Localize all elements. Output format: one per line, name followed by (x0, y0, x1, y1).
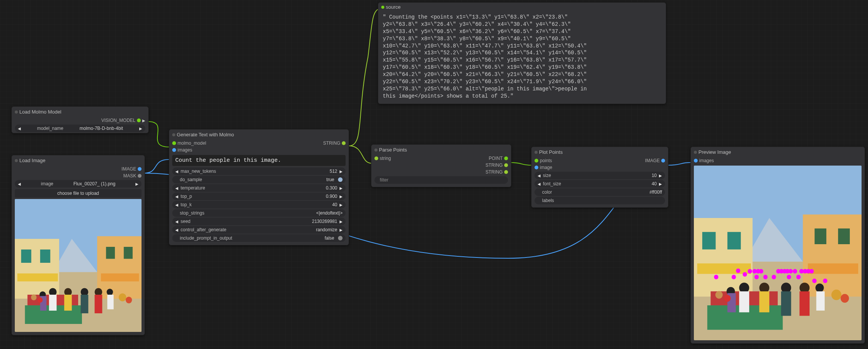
svg-rect-49 (799, 291, 810, 316)
chevron-left-icon[interactable]: ◀ (175, 228, 178, 232)
output-port-icon[interactable] (137, 118, 141, 122)
labels-widget[interactable]: labels (535, 197, 665, 204)
output-port-icon[interactable] (504, 163, 508, 167)
filter-widget[interactable]: filter (374, 176, 508, 184)
collapse-dot-icon[interactable] (694, 151, 697, 154)
chevron-left-icon[interactable]: ◀ (175, 203, 178, 207)
svg-point-81 (812, 279, 816, 283)
widget-value: 40 (332, 202, 337, 207)
toggle-icon[interactable] (338, 177, 343, 182)
widget-label: font_size (543, 181, 561, 186)
chevron-right-icon[interactable]: ▶ (340, 220, 343, 224)
chevron-right-icon[interactable]: ▶ (340, 194, 343, 199)
svg-rect-8 (124, 247, 132, 259)
node-title[interactable]: Parse Points (371, 145, 511, 155)
node-plot-points[interactable]: Plot Points points IMAGE image ◀ size 10… (531, 147, 668, 208)
collapse-dot-icon[interactable] (381, 6, 384, 9)
node-preview-image[interactable]: Preview Image images (690, 147, 865, 344)
node-load-image[interactable]: Load Image IMAGE MASK ◀ image Flux_00207… (11, 155, 145, 335)
chevron-right-icon[interactable]: ▶ (139, 126, 142, 131)
chevron-right-icon[interactable]: ▶ (659, 174, 662, 178)
output-port-icon[interactable] (504, 170, 508, 174)
include-prompt-widget[interactable]: include_prompt_in_output false (172, 234, 346, 242)
chevron-left-icon[interactable]: ◀ (18, 126, 21, 131)
image-preview (15, 199, 142, 332)
input-port-icon[interactable] (374, 156, 378, 160)
prompt-input[interactable]: Count the people in this image. (172, 155, 346, 166)
top-k-widget[interactable]: ◀ top_k 40 ▶ (172, 201, 346, 208)
color-widget[interactable]: color #ff00ff (535, 188, 665, 196)
chevron-right-icon[interactable]: ▶ (135, 182, 138, 186)
chevron-right-icon[interactable]: ▶ (340, 228, 343, 232)
stop-strings-widget[interactable]: stop_strings <|endoftext|> (172, 209, 346, 217)
upload-button[interactable]: choose file to upload (15, 189, 142, 197)
widget-label: do_sample (180, 177, 202, 182)
chevron-left-icon[interactable]: ◀ (18, 182, 21, 186)
do-sample-widget[interactable]: do_sample true (172, 176, 346, 183)
svg-point-27 (119, 294, 126, 302)
node-title[interactable]: Load Image (12, 155, 145, 166)
output-port-icon[interactable] (138, 167, 142, 171)
node-source[interactable]: source " Counting the <points x1=\"13.3\… (378, 2, 666, 104)
collapse-dot-icon[interactable] (15, 159, 18, 162)
input-port-icon[interactable] (172, 141, 176, 145)
collapse-dot-icon[interactable] (374, 148, 377, 152)
node-load-molmo-model[interactable]: Load Molmo Model VISION_MODEL ▶ ◀ model_… (11, 106, 149, 133)
svg-rect-5 (21, 250, 31, 263)
source-output-text: " Counting the <points x1=\"13.3\" y1=\"… (378, 11, 666, 104)
chevron-left-icon[interactable]: ◀ (175, 220, 178, 224)
output-label: POINT (489, 156, 503, 161)
font-size-widget[interactable]: ◀ font_size 40 ▶ (535, 180, 665, 188)
svg-rect-38 (697, 264, 751, 274)
chevron-left-icon[interactable]: ◀ (538, 182, 541, 186)
chevron-right-icon[interactable]: ▶ (340, 203, 343, 207)
node-parse-points[interactable]: Parse Points string POINT STRING STRING … (371, 144, 511, 187)
node-title-text: Load Image (19, 158, 46, 163)
widget-label: control_after_generate (181, 227, 226, 232)
output-label: IMAGE (645, 158, 660, 163)
collapse-dot-icon[interactable] (535, 151, 538, 154)
output-port-icon[interactable] (138, 174, 142, 178)
node-title[interactable]: Preview Image (691, 147, 865, 157)
node-title-text: Parse Points (379, 147, 407, 153)
widget-value: #ff00ff (649, 190, 662, 195)
prompt-text: Count the people in this image. (175, 157, 281, 164)
chevron-left-icon[interactable]: ◀ (175, 186, 178, 190)
input-port-icon[interactable] (694, 159, 698, 163)
node-title[interactable]: Load Molmo Model (12, 107, 148, 117)
output-port-icon[interactable] (504, 156, 508, 160)
svg-point-56 (831, 290, 841, 300)
chevron-right-icon[interactable]: ▶ (659, 182, 662, 186)
input-port-icon[interactable] (172, 148, 176, 152)
output-port-icon[interactable] (342, 141, 346, 145)
image-file-widget[interactable]: ◀ image Flux_00207_ (1).png ▶ (15, 180, 142, 188)
collapse-dot-icon[interactable] (172, 133, 175, 136)
node-generate-text[interactable]: Generate Text with Molmo molmo_model STR… (169, 129, 349, 245)
node-title-text: Load Molmo Model (19, 109, 61, 115)
input-label: string (380, 156, 391, 161)
temperature-widget[interactable]: ◀ temperature 0.300 ▶ (172, 184, 346, 192)
max-new-tokens-widget[interactable]: ◀ max_new_tokens 512 ▶ (172, 167, 346, 175)
widget-value: 40 (652, 181, 657, 186)
model-name-widget[interactable]: ◀ model_name molmo-7B-D-bnb-4bit ▶ (15, 125, 145, 132)
svg-point-25 (31, 294, 37, 300)
input-port-icon[interactable] (535, 159, 538, 163)
chevron-right-icon[interactable]: ▶ (340, 169, 343, 174)
toggle-icon[interactable] (338, 236, 343, 240)
seed-widget[interactable]: ◀ seed 2130269981 ▶ (172, 218, 346, 225)
chevron-left-icon[interactable]: ◀ (175, 194, 178, 199)
chevron-left-icon[interactable]: ◀ (175, 169, 178, 174)
output-port-icon[interactable] (661, 159, 665, 163)
top-p-widget[interactable]: ◀ top_p 0.900 ▶ (172, 193, 346, 200)
chevron-left-icon[interactable]: ◀ (538, 174, 541, 178)
node-title[interactable]: Plot Points (531, 147, 668, 157)
collapse-dot-icon[interactable] (15, 111, 18, 114)
node-title[interactable]: Generate Text with Molmo (169, 129, 349, 140)
node-title[interactable]: source (378, 3, 666, 11)
widget-value: <|endoftext|> (316, 210, 343, 216)
chevron-right-icon[interactable]: ▶ (340, 186, 343, 190)
svg-rect-14 (49, 295, 57, 311)
size-widget[interactable]: ◀ size 10 ▶ (535, 172, 665, 179)
input-port-icon[interactable] (535, 166, 538, 169)
control-after-generate-widget[interactable]: ◀ control_after_generate randomize ▶ (172, 226, 346, 234)
